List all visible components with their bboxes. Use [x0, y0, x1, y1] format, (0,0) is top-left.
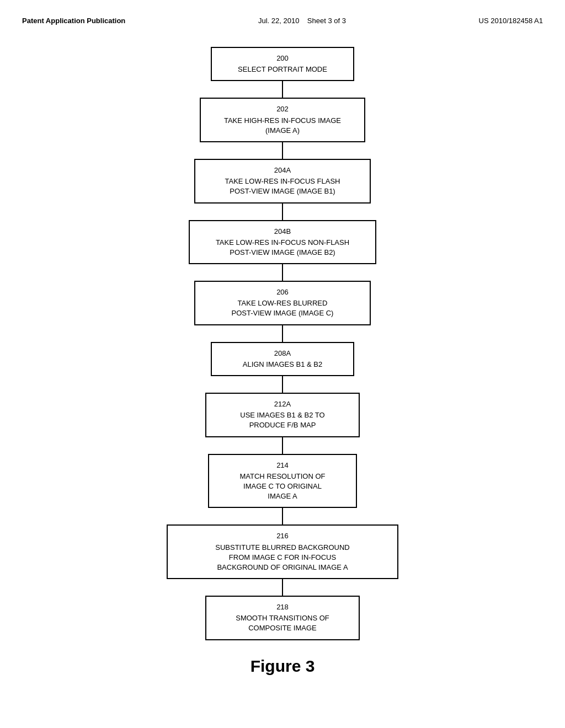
connector-216-218 — [282, 579, 283, 596]
header-sheet: Sheet 3 of 3 — [307, 17, 346, 25]
box-204a-text: TAKE LOW-RES IN-FOCUS FLASHPOST-VIEW IMA… — [204, 176, 361, 196]
box-206-number: 206 — [204, 287, 361, 297]
flow-box-206: 206 TAKE LOW-RES BLURREDPOST-VIEW IMAGE … — [194, 281, 371, 325]
box-202-number: 202 — [210, 104, 355, 114]
connector-200-202 — [282, 81, 283, 98]
box-204b-number: 204B — [199, 227, 366, 237]
flow-box-214: 214 MATCH RESOLUTION OFIMAGE C TO ORIGIN… — [208, 454, 357, 508]
connector-206-208a — [282, 325, 283, 342]
box-218-number: 218 — [215, 602, 350, 612]
box-212a-text: USE IMAGES B1 & B2 TOPRODUCE F/B MAP — [215, 410, 350, 430]
box-200-text: SELECT PORTRAIT MODE — [221, 65, 344, 74]
box-200-number: 200 — [221, 53, 344, 63]
box-208a-number: 208A — [221, 349, 344, 358]
header-center: Jul. 22, 2010 Sheet 3 of 3 — [258, 17, 346, 25]
flow-box-204b: 204B TAKE LOW-RES IN-FOCUS NON-FLASHPOST… — [189, 220, 376, 265]
flow-box-208a: 208A ALIGN IMAGES B1 & B2 — [211, 342, 354, 376]
box-206-text: TAKE LOW-RES BLURREDPOST-VIEW IMAGE (IMA… — [204, 298, 361, 318]
connector-202-204a — [282, 142, 283, 159]
box-212a-number: 212A — [215, 399, 350, 409]
flow-box-204a: 204A TAKE LOW-RES IN-FOCUS FLASHPOST-VIE… — [194, 159, 371, 204]
flow-box-216: 216 SUBSTITUTE BLURRED BACKGROUNDFROM IM… — [167, 524, 398, 579]
page-header: Patent Application Publication Jul. 22, … — [22, 11, 543, 41]
box-208a-text: ALIGN IMAGES B1 & B2 — [221, 360, 344, 370]
connector-212a-214 — [282, 437, 283, 454]
box-218-text: SMOOTH TRANSITIONS OFCOMPOSITE IMAGE — [215, 613, 350, 633]
flow-box-212a: 212A USE IMAGES B1 & B2 TOPRODUCE F/B MA… — [205, 393, 360, 437]
box-214-number: 214 — [218, 461, 347, 470]
box-204a-number: 204A — [204, 165, 361, 175]
box-216-number: 216 — [177, 531, 388, 541]
box-204b-text: TAKE LOW-RES IN-FOCUS NON-FLASHPOST-VIEW… — [199, 238, 366, 258]
connector-208a-212a — [282, 376, 283, 393]
connector-204b-206 — [282, 264, 283, 281]
box-202-text: TAKE HIGH-RES IN-FOCUS IMAGE(IMAGE A) — [210, 116, 355, 136]
flowchart: 200 SELECT PORTRAIT MODE 202 TAKE HIGH-R… — [22, 41, 543, 640]
header-date: Jul. 22, 2010 — [258, 17, 299, 25]
header-left: Patent Application Publication — [22, 17, 125, 25]
box-214-text: MATCH RESOLUTION OFIMAGE C TO ORIGINALIM… — [218, 472, 347, 502]
header-right: US 2010/182458 A1 — [479, 17, 543, 25]
flow-box-202: 202 TAKE HIGH-RES IN-FOCUS IMAGE(IMAGE A… — [200, 98, 365, 142]
flow-box-218: 218 SMOOTH TRANSITIONS OFCOMPOSITE IMAGE — [205, 596, 360, 640]
figure-caption: Figure 3 — [22, 657, 543, 676]
connector-214-216 — [282, 508, 283, 524]
flow-box-200: 200 SELECT PORTRAIT MODE — [211, 47, 354, 81]
connector-204a-204b — [282, 204, 283, 220]
page: Patent Application Publication Jul. 22, … — [0, 0, 565, 728]
box-216-text: SUBSTITUTE BLURRED BACKGROUNDFROM IMAGE … — [177, 543, 388, 573]
